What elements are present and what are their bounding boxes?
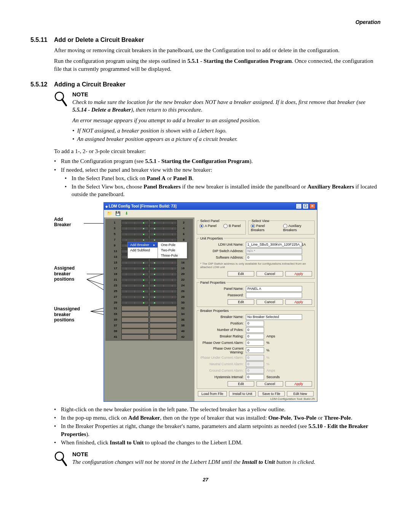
breaker-slot[interactable]: ||■ (121, 226, 149, 231)
breaker-slot[interactable]: ■|| (150, 289, 177, 294)
ldm-name-input[interactable]: 1_Line_SBuS_300kVA_120F225A_1A (246, 242, 302, 248)
breaker-slot[interactable]: ||■ (121, 277, 149, 283)
breaker-slot[interactable] (150, 334, 177, 340)
hysteresis-input[interactable]: 0 (246, 374, 264, 380)
poc-warning-input[interactable]: 0 (246, 347, 264, 353)
toolbar-icon[interactable]: 💾 (115, 211, 121, 216)
toolbar-icon[interactable]: 📁 (107, 211, 112, 216)
minimize-button[interactable]: _ (296, 203, 302, 209)
breaker-slot[interactable]: ■|| (150, 220, 177, 225)
breaker-slot[interactable]: ||■ (121, 294, 149, 300)
rating-input[interactable]: 0 (246, 334, 264, 339)
breaker-slot[interactable]: ||■ (121, 272, 149, 277)
breaker-slot[interactable]: ■|| (150, 232, 177, 237)
list-item: •In the pop-up menu, click on Add Breake… (54, 414, 381, 422)
magnifier-icon (54, 91, 67, 107)
apply-button[interactable]: Apply (285, 271, 312, 276)
apply-button[interactable]: Apply (285, 299, 312, 305)
breaker-slot[interactable]: ||■ (121, 266, 149, 271)
breaker-slot[interactable]: ||■ (121, 289, 149, 294)
panel-name-input[interactable]: PANEL A (246, 286, 302, 292)
software-address-input[interactable]: 0 (246, 255, 302, 260)
radio-panel-breakers[interactable]: Panel Breakers (251, 224, 276, 232)
radio-a-panel[interactable]: A Panel (199, 224, 217, 228)
breaker-slot[interactable]: ■|| (150, 277, 177, 283)
breaker-slot[interactable]: ■|| (150, 272, 177, 277)
list-item: •In the Select Panel box, click on Panel… (65, 174, 381, 182)
breaker-slot[interactable] (121, 323, 149, 328)
breaker-slot[interactable] (150, 306, 177, 311)
note-text: An error message appears if you attempt … (72, 117, 381, 124)
poles-input[interactable]: 0 (246, 327, 264, 333)
cancel-button[interactable]: Cancel (256, 299, 283, 305)
paragraph: To add a 1-, 2- or 3-pole circuit breake… (54, 147, 381, 155)
close-button[interactable]: ✕ (309, 203, 315, 209)
edit-button[interactable]: Edit (228, 299, 254, 305)
install-to-unit-button[interactable]: Install to Unit (229, 391, 256, 396)
paragraph: After moving or removing circuit breaker… (54, 46, 381, 54)
breaker-slot[interactable]: ■|| (150, 226, 177, 231)
edit-new-button[interactable]: Edit New (287, 391, 314, 396)
ground-alarm-input: 0 (246, 368, 264, 374)
breaker-slot[interactable] (121, 334, 149, 340)
menu-three-pole[interactable]: Three-Pole (158, 253, 187, 258)
save-to-file-button[interactable]: Save to File (258, 391, 285, 396)
breaker-slot[interactable]: ■|| (150, 300, 177, 305)
cancel-button[interactable]: Cancel (256, 381, 283, 387)
page-number: 27 (30, 477, 381, 482)
breaker-slot[interactable]: ■|| (150, 283, 177, 288)
maximize-button[interactable]: ☐ (303, 203, 309, 209)
note-bullet: • If NOT assigned, a breaker position is… (72, 127, 381, 134)
menu-add-breaker[interactable]: Add Breaker▸ (128, 242, 158, 248)
poc-alarm-input[interactable]: 0 (246, 340, 264, 346)
breaker-slot[interactable]: ||■ (121, 260, 149, 265)
neutral-alarm-input: 0 (246, 361, 264, 367)
ldm-config-window: ◆ LDM Config Tool [Firmware Build: 73] _… (104, 202, 317, 402)
breaker-slot[interactable] (121, 312, 149, 317)
context-menu: Add Breaker▸ One-Pole Add Subfeed Two-Po… (127, 242, 187, 259)
list-item: •Right-click on the new breaker position… (54, 406, 381, 413)
password-input[interactable] (246, 292, 302, 298)
window-titlebar[interactable]: ◆ LDM Config Tool [Firmware Build: 73] _… (104, 203, 317, 210)
breaker-slot[interactable]: ■|| (150, 266, 177, 271)
note-block: NOTE Check to make sure the location for… (54, 91, 381, 143)
breaker-slot[interactable]: ||■ (121, 300, 149, 305)
breaker-slot[interactable]: ||■ (121, 220, 149, 225)
breaker-properties-group: Breaker Properties Breaker Name:No Break… (197, 309, 315, 389)
hint-text: * The DIP Switch address is only availab… (199, 261, 312, 270)
breaker-slot[interactable]: ||■ (121, 283, 149, 288)
breaker-slot[interactable] (150, 329, 177, 334)
breaker-name-input[interactable]: No Breaker Selected (246, 314, 302, 320)
breaker-slot[interactable] (121, 306, 149, 311)
breaker-panel-pane[interactable]: 1||■■||23||■■||45||■■||67||■■||89||■■||1… (104, 217, 194, 401)
cancel-button[interactable]: Cancel (256, 271, 283, 276)
breaker-slot[interactable] (150, 312, 177, 317)
breaker-slot[interactable] (121, 329, 149, 334)
breaker-slot[interactable] (121, 317, 149, 323)
section-number: 5.5.11 (30, 37, 54, 43)
breaker-slot[interactable]: ■|| (150, 260, 177, 265)
section-title: Adding a Circuit Breaker (54, 81, 126, 88)
breaker-slot[interactable] (150, 317, 177, 323)
edit-button[interactable]: Edit (228, 271, 254, 276)
menu-one-pole[interactable]: One-Pole (158, 242, 187, 248)
figure-label-add: Add Breaker (54, 217, 104, 228)
toolbar-icon[interactable]: ⬇ (124, 211, 129, 216)
properties-pane: Select Panel A Panel B Panel Select View… (194, 217, 317, 401)
dip-address-input: N/A * (246, 248, 302, 254)
breaker-slot[interactable]: ||■ (121, 232, 149, 237)
load-from-file-button[interactable]: Load from File (198, 391, 227, 396)
list-item: •Run the Configuration program (see 5.5.… (54, 157, 381, 165)
menu-add-subfeed[interactable]: Add Subfeed (128, 248, 158, 253)
note-title: NOTE (72, 91, 381, 97)
apply-button[interactable]: Apply (285, 381, 312, 387)
breaker-slot[interactable] (150, 323, 177, 328)
note-text: The configuration changes will not be st… (72, 458, 381, 466)
radio-b-panel[interactable]: B Panel (223, 224, 241, 228)
menu-two-pole[interactable]: Two-Pole (158, 248, 187, 253)
edit-button[interactable]: Edit (228, 381, 254, 387)
breaker-slot[interactable]: ■|| (150, 294, 177, 300)
radio-aux-breakers[interactable]: Auxiliary Breakers (283, 224, 312, 232)
position-input[interactable]: 0 (246, 321, 264, 326)
section-5-5-11-heading: 5.5.11Add or Delete a Circuit Breaker (30, 37, 381, 43)
